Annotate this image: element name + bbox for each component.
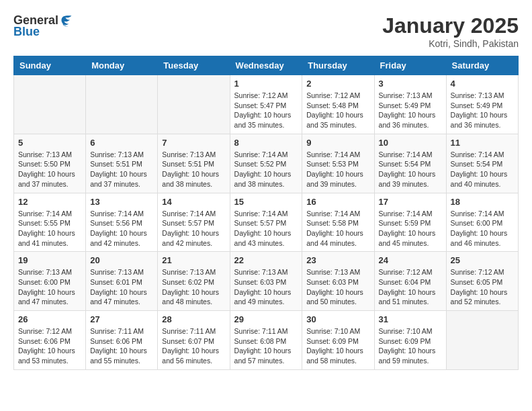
calendar-cell: 31Sunrise: 7:10 AM Sunset: 6:09 PM Dayli… (374, 311, 446, 370)
day-number: 21 (162, 255, 225, 265)
calendar-week-row: 1Sunrise: 7:12 AM Sunset: 5:47 PM Daylig… (14, 75, 519, 134)
title-block: January 2025 Kotri, Sindh, Pakistan (382, 13, 519, 49)
day-info: Sunrise: 7:14 AM Sunset: 5:57 PM Dayligh… (162, 209, 225, 248)
calendar-cell: 20Sunrise: 7:13 AM Sunset: 6:01 PM Dayli… (86, 252, 158, 311)
day-info: Sunrise: 7:13 AM Sunset: 5:50 PM Dayligh… (18, 150, 81, 189)
weekday-header-monday: Monday (86, 56, 158, 75)
calendar-cell: 2Sunrise: 7:12 AM Sunset: 5:48 PM Daylig… (302, 75, 374, 134)
day-info: Sunrise: 7:13 AM Sunset: 6:00 PM Dayligh… (18, 267, 81, 307)
logo-blue: Blue (13, 25, 40, 39)
page-header: General Blue January 2025 Kotri, Sindh, … (13, 13, 519, 49)
calendar-cell: 27Sunrise: 7:11 AM Sunset: 6:06 PM Dayli… (86, 311, 158, 370)
day-info: Sunrise: 7:11 AM Sunset: 6:07 PM Dayligh… (162, 326, 225, 366)
day-number: 13 (90, 197, 153, 207)
calendar-cell (86, 75, 158, 134)
day-number: 7 (162, 138, 225, 148)
day-info: Sunrise: 7:13 AM Sunset: 5:49 PM Dayligh… (379, 91, 442, 130)
day-info: Sunrise: 7:10 AM Sunset: 6:09 PM Dayligh… (306, 326, 369, 366)
calendar-cell: 22Sunrise: 7:13 AM Sunset: 6:03 PM Dayli… (230, 252, 302, 311)
day-number: 17 (379, 197, 442, 207)
calendar-cell: 1Sunrise: 7:12 AM Sunset: 5:47 PM Daylig… (230, 75, 302, 134)
calendar-cell: 12Sunrise: 7:14 AM Sunset: 5:55 PM Dayli… (14, 193, 86, 252)
day-info: Sunrise: 7:13 AM Sunset: 5:49 PM Dayligh… (451, 91, 514, 130)
day-info: Sunrise: 7:12 AM Sunset: 5:48 PM Dayligh… (306, 91, 369, 130)
weekday-header-sunday: Sunday (14, 56, 86, 75)
calendar-table: SundayMondayTuesdayWednesdayThursdayFrid… (13, 56, 519, 370)
day-number: 16 (306, 197, 369, 207)
weekday-header-row: SundayMondayTuesdayWednesdayThursdayFrid… (14, 56, 519, 75)
day-info: Sunrise: 7:10 AM Sunset: 6:09 PM Dayligh… (379, 326, 442, 366)
calendar-cell: 16Sunrise: 7:14 AM Sunset: 5:58 PM Dayli… (302, 193, 374, 252)
day-number: 26 (18, 314, 81, 324)
day-number: 20 (90, 255, 153, 265)
calendar-cell: 17Sunrise: 7:14 AM Sunset: 5:59 PM Dayli… (374, 193, 446, 252)
day-info: Sunrise: 7:13 AM Sunset: 6:03 PM Dayligh… (234, 267, 298, 307)
day-number: 24 (379, 255, 442, 265)
day-number: 28 (162, 314, 225, 324)
day-info: Sunrise: 7:13 AM Sunset: 5:51 PM Dayligh… (162, 150, 225, 189)
calendar-week-row: 5Sunrise: 7:13 AM Sunset: 5:50 PM Daylig… (14, 134, 519, 193)
day-info: Sunrise: 7:12 AM Sunset: 6:05 PM Dayligh… (451, 267, 514, 307)
day-number: 10 (379, 138, 442, 148)
calendar-cell: 14Sunrise: 7:14 AM Sunset: 5:57 PM Dayli… (158, 193, 230, 252)
day-info: Sunrise: 7:12 AM Sunset: 6:06 PM Dayligh… (18, 326, 81, 366)
day-number: 2 (306, 79, 369, 89)
day-number: 3 (379, 79, 442, 89)
calendar-cell: 21Sunrise: 7:13 AM Sunset: 6:02 PM Dayli… (158, 252, 230, 311)
calendar-cell: 24Sunrise: 7:12 AM Sunset: 6:04 PM Dayli… (374, 252, 446, 311)
day-number: 15 (234, 197, 298, 207)
day-number: 4 (451, 79, 514, 89)
day-number: 14 (162, 197, 225, 207)
calendar-cell: 13Sunrise: 7:14 AM Sunset: 5:56 PM Dayli… (86, 193, 158, 252)
day-number: 19 (18, 255, 81, 265)
calendar-cell: 15Sunrise: 7:14 AM Sunset: 5:57 PM Dayli… (230, 193, 302, 252)
calendar-cell: 11Sunrise: 7:14 AM Sunset: 5:54 PM Dayli… (446, 134, 518, 193)
calendar-cell: 23Sunrise: 7:13 AM Sunset: 6:03 PM Dayli… (302, 252, 374, 311)
calendar-cell: 19Sunrise: 7:13 AM Sunset: 6:00 PM Dayli… (14, 252, 86, 311)
calendar-cell: 28Sunrise: 7:11 AM Sunset: 6:07 PM Dayli… (158, 311, 230, 370)
calendar-cell: 6Sunrise: 7:13 AM Sunset: 5:51 PM Daylig… (86, 134, 158, 193)
day-info: Sunrise: 7:14 AM Sunset: 5:56 PM Dayligh… (90, 209, 153, 248)
calendar-cell: 30Sunrise: 7:10 AM Sunset: 6:09 PM Dayli… (302, 311, 374, 370)
day-info: Sunrise: 7:12 AM Sunset: 6:04 PM Dayligh… (379, 267, 442, 307)
day-info: Sunrise: 7:14 AM Sunset: 5:54 PM Dayligh… (379, 150, 442, 189)
day-info: Sunrise: 7:14 AM Sunset: 5:59 PM Dayligh… (379, 209, 442, 248)
day-number: 1 (234, 79, 298, 89)
logo: General Blue (13, 13, 73, 39)
calendar-cell: 10Sunrise: 7:14 AM Sunset: 5:54 PM Dayli… (374, 134, 446, 193)
day-number: 18 (451, 197, 514, 207)
day-info: Sunrise: 7:13 AM Sunset: 6:03 PM Dayligh… (306, 267, 369, 307)
day-info: Sunrise: 7:14 AM Sunset: 5:58 PM Dayligh… (306, 209, 369, 248)
day-info: Sunrise: 7:14 AM Sunset: 6:00 PM Dayligh… (451, 209, 514, 248)
day-number: 6 (90, 138, 153, 148)
calendar-cell: 29Sunrise: 7:11 AM Sunset: 6:08 PM Dayli… (230, 311, 302, 370)
logo-bird-icon (60, 14, 73, 28)
weekday-header-thursday: Thursday (302, 56, 374, 75)
calendar-cell (446, 311, 518, 370)
day-info: Sunrise: 7:14 AM Sunset: 5:55 PM Dayligh… (18, 209, 81, 248)
day-number: 29 (234, 314, 298, 324)
day-number: 27 (90, 314, 153, 324)
day-info: Sunrise: 7:13 AM Sunset: 6:01 PM Dayligh… (90, 267, 153, 307)
calendar-cell (14, 75, 86, 134)
calendar-cell: 8Sunrise: 7:14 AM Sunset: 5:52 PM Daylig… (230, 134, 302, 193)
calendar-week-row: 12Sunrise: 7:14 AM Sunset: 5:55 PM Dayli… (14, 193, 519, 252)
day-info: Sunrise: 7:14 AM Sunset: 5:57 PM Dayligh… (234, 209, 298, 248)
day-info: Sunrise: 7:13 AM Sunset: 6:02 PM Dayligh… (162, 267, 225, 307)
day-number: 30 (306, 314, 369, 324)
day-number: 9 (306, 138, 369, 148)
day-number: 25 (451, 255, 514, 265)
calendar-cell: 3Sunrise: 7:13 AM Sunset: 5:49 PM Daylig… (374, 75, 446, 134)
day-number: 23 (306, 255, 369, 265)
calendar-cell: 9Sunrise: 7:14 AM Sunset: 5:53 PM Daylig… (302, 134, 374, 193)
weekday-header-friday: Friday (374, 56, 446, 75)
day-number: 8 (234, 138, 298, 148)
weekday-header-wednesday: Wednesday (230, 56, 302, 75)
day-info: Sunrise: 7:11 AM Sunset: 6:08 PM Dayligh… (234, 326, 298, 366)
weekday-header-saturday: Saturday (446, 56, 518, 75)
calendar-cell: 18Sunrise: 7:14 AM Sunset: 6:00 PM Dayli… (446, 193, 518, 252)
day-info: Sunrise: 7:12 AM Sunset: 5:47 PM Dayligh… (234, 91, 298, 130)
calendar-cell: 4Sunrise: 7:13 AM Sunset: 5:49 PM Daylig… (446, 75, 518, 134)
day-number: 12 (18, 197, 81, 207)
day-info: Sunrise: 7:14 AM Sunset: 5:53 PM Dayligh… (306, 150, 369, 189)
